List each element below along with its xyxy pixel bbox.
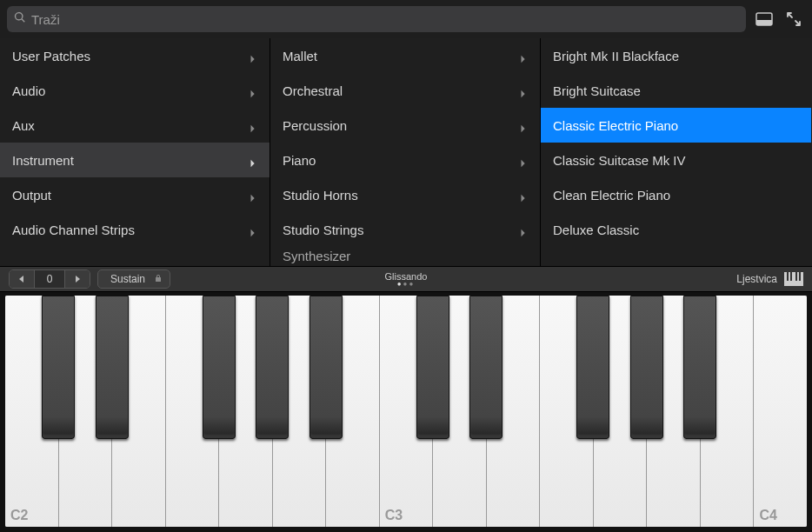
chevron-right-icon (249, 156, 257, 164)
chevron-right-icon (249, 51, 257, 60)
browser-item-label: Audio Channel Strips (12, 223, 135, 237)
chevron-right-icon (519, 51, 528, 60)
browser-item-label: Clean Electric Piano (553, 188, 670, 203)
svg-rect-3 (787, 272, 789, 281)
browser-item-label: User Patches (12, 49, 90, 63)
browser-item-label: Mallet (283, 49, 317, 63)
browser-item[interactable]: Audio Channel Strips (0, 212, 270, 247)
svg-rect-1 (756, 20, 772, 25)
browser-item-label: Bright Mk II Blackface (553, 49, 679, 63)
browser-item-label: Studio Horns (283, 188, 358, 203)
top-bar (0, 0, 812, 38)
keyboard-toolbar: 0 Sustain Glissando ●●● Ljestvica (0, 266, 812, 292)
black-key[interactable] (576, 296, 609, 439)
browser-item[interactable]: Deluxe Classic (541, 212, 811, 247)
chevron-right-icon (519, 225, 528, 234)
black-key[interactable] (683, 296, 716, 439)
search-input[interactable] (31, 12, 739, 27)
black-key[interactable] (469, 296, 503, 439)
white-key[interactable]: C4 (754, 296, 807, 527)
fullscreen-icon[interactable] (782, 8, 805, 30)
browser-column-2: Bright Mk II BlackfaceBright SuitcaseCla… (541, 38, 811, 266)
browser-item[interactable]: Output (0, 177, 270, 212)
octave-up-button[interactable] (65, 270, 90, 288)
browser-item-label: Percussion (283, 118, 347, 133)
chevron-right-icon (249, 190, 257, 199)
browser-item[interactable]: Studio Strings (270, 212, 540, 247)
black-key[interactable] (96, 296, 129, 439)
browser-item-label: Piano (283, 153, 316, 168)
browser-item[interactable]: Orchestral (270, 73, 540, 108)
browser-item[interactable]: Studio Horns (270, 177, 540, 212)
key-label: C4 (759, 508, 776, 523)
browser-item[interactable]: Synthesizer (270, 247, 540, 264)
browser-item[interactable]: Clean Electric Piano (541, 177, 811, 212)
lock-icon (154, 273, 163, 285)
piano-area: C2C3C4 (0, 292, 812, 532)
patch-browser: User PatchesAudioAuxInstrumentOutputAudi… (0, 38, 812, 266)
browser-item[interactable]: User Patches (0, 38, 270, 73)
browser-item[interactable]: Mallet (270, 38, 540, 73)
piano-keyboard: C2C3C4 (5, 296, 807, 527)
browser-item-label: Aux (12, 118, 35, 133)
mode-dots: ●●● (385, 282, 428, 287)
svg-rect-6 (799, 272, 801, 281)
black-key[interactable] (42, 296, 75, 439)
octave-value[interactable]: 0 (34, 270, 65, 288)
sustain-label: Sustain (110, 273, 145, 285)
svg-rect-5 (795, 272, 797, 281)
browser-item-label: Output (12, 188, 51, 203)
browser-item-label: Classic Electric Piano (553, 118, 678, 133)
chevron-right-icon (519, 156, 528, 164)
chevron-right-icon (519, 190, 528, 199)
key-label: C2 (10, 508, 28, 523)
black-key[interactable] (630, 296, 663, 439)
browser-item[interactable]: Aux (0, 108, 270, 143)
window-mode-icon[interactable] (753, 8, 775, 30)
browser-item-label: Audio (12, 83, 45, 98)
svg-rect-4 (790, 272, 792, 281)
browser-item[interactable]: Instrument (0, 143, 270, 177)
search-icon (14, 11, 26, 27)
browser-item-label: Classic Suitcase Mk IV (553, 153, 686, 168)
browser-item[interactable]: Percussion (270, 108, 540, 143)
browser-item[interactable]: Classic Suitcase Mk IV (541, 143, 811, 177)
browser-column-1: MalletOrchestralPercussionPianoStudio Ho… (270, 38, 541, 266)
key-label: C3 (385, 508, 403, 523)
black-key[interactable] (203, 296, 236, 439)
browser-item-label: Studio Strings (283, 223, 363, 237)
browser-item-label: Instrument (12, 153, 74, 168)
chevron-right-icon (249, 86, 257, 95)
black-key[interactable] (256, 296, 289, 439)
search-field[interactable] (7, 6, 746, 32)
browser-item[interactable]: Bright Suitcase (541, 73, 811, 108)
chevron-right-icon (249, 225, 257, 234)
octave-control: 0 (9, 269, 90, 289)
browser-item[interactable]: Classic Electric Piano (541, 108, 811, 143)
scale-button[interactable]: Ljestvica (736, 273, 777, 285)
browser-item[interactable]: Bright Mk II Blackface (541, 38, 811, 73)
keyboard-view-icon[interactable] (784, 272, 803, 286)
browser-column-0: User PatchesAudioAuxInstrumentOutputAudi… (0, 38, 270, 266)
chevron-right-icon (519, 86, 528, 95)
browser-item-label: Synthesizer (283, 249, 350, 263)
chevron-right-icon (249, 121, 257, 130)
browser-item-label: Bright Suitcase (553, 83, 641, 98)
keyboard-mode[interactable]: Glissando ●●● (385, 271, 428, 287)
black-key[interactable] (309, 296, 343, 439)
sustain-button[interactable]: Sustain (97, 269, 170, 289)
browser-item-label: Orchestral (283, 83, 343, 98)
black-key[interactable] (416, 296, 449, 439)
browser-item-label: Deluxe Classic (553, 223, 639, 237)
browser-item[interactable]: Piano (270, 143, 540, 177)
octave-down-button[interactable] (10, 270, 34, 288)
chevron-right-icon (519, 121, 528, 130)
browser-item[interactable]: Audio (0, 73, 270, 108)
